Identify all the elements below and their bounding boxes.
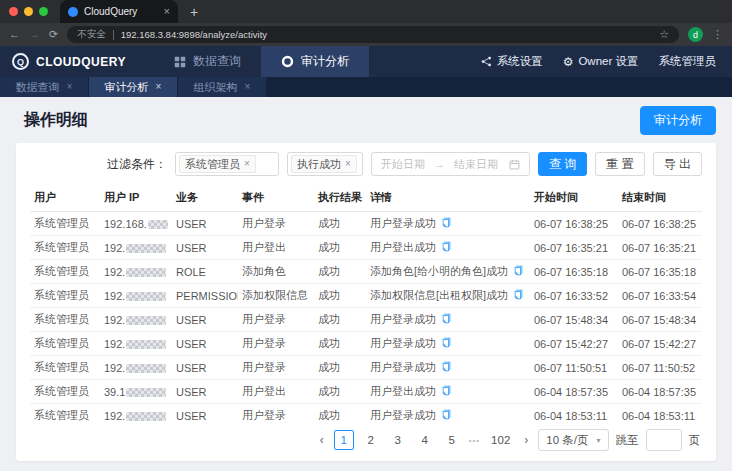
page-size-select[interactable]: 10 条/页 ▾ bbox=[538, 429, 608, 451]
nav-label: 审计分析 bbox=[301, 53, 349, 70]
cell-end-time: 06-04 18:53:11 bbox=[618, 404, 702, 422]
export-button[interactable]: 导 出 bbox=[653, 152, 702, 176]
close-tab-icon[interactable]: × bbox=[67, 82, 73, 92]
redacted-ip-block bbox=[126, 340, 166, 349]
column-header: 开始时间 bbox=[530, 184, 618, 212]
cell-business: USER bbox=[172, 308, 238, 332]
pagination-ellipsis-icon[interactable]: ••• bbox=[469, 436, 480, 445]
close-tab-icon[interactable]: × bbox=[156, 82, 162, 92]
profile-avatar[interactable]: d bbox=[688, 27, 703, 42]
jump-page-input[interactable] bbox=[646, 429, 682, 451]
cell-ip: 192.168. bbox=[100, 212, 172, 236]
zoom-window-button[interactable] bbox=[39, 7, 48, 16]
filter-bar: 过滤条件： 系统管理员 × 执行成功 × 开始日期 → 结束日期 bbox=[30, 152, 702, 176]
security-label[interactable]: 不安全 bbox=[77, 28, 106, 41]
bookmark-star-icon[interactable]: ☆ bbox=[659, 28, 669, 41]
copy-icon[interactable] bbox=[441, 313, 452, 325]
gear-icon: ⚙ bbox=[563, 56, 574, 68]
current-user-menu[interactable]: 系统管理员 bbox=[659, 54, 717, 69]
table-header-row: 用户用户 IP业务事件执行结果详情开始时间结束时间 bbox=[30, 184, 702, 212]
column-header: 用户 bbox=[30, 184, 100, 212]
cell-detail: 用户登出成功 bbox=[366, 380, 530, 404]
copy-icon[interactable] bbox=[441, 409, 452, 421]
browser-tab[interactable]: CloudQuery × bbox=[60, 0, 178, 23]
page-title: 操作明细 bbox=[24, 110, 88, 131]
date-range-picker[interactable]: 开始日期 → 结束日期 bbox=[371, 152, 530, 176]
system-settings-label: 系统设置 bbox=[497, 54, 543, 69]
page-button[interactable]: 5 bbox=[442, 430, 462, 450]
cell-user: 系统管理员 bbox=[30, 380, 100, 404]
page-button[interactable]: 1 bbox=[334, 430, 354, 450]
detail-text: 用户登出成功 bbox=[370, 241, 436, 253]
cell-business: USER bbox=[172, 332, 238, 356]
remove-tag-icon[interactable]: × bbox=[244, 159, 250, 169]
jump-label: 跳至 bbox=[616, 433, 639, 448]
cell-event: 用户登录 bbox=[238, 308, 314, 332]
copy-icon[interactable] bbox=[441, 241, 452, 253]
copy-icon[interactable] bbox=[441, 217, 452, 229]
back-icon[interactable]: ← bbox=[9, 29, 20, 40]
minimize-window-button[interactable] bbox=[24, 7, 33, 16]
address-bar[interactable]: 不安全 192.168.3.84:9898/analyze/activity ☆ bbox=[67, 26, 679, 43]
prev-page-icon[interactable]: ‹ bbox=[317, 433, 327, 447]
workspace-tab-label: 数据查询 bbox=[16, 80, 60, 95]
workspace-tab-audit-analysis[interactable]: 审计分析 × bbox=[89, 77, 177, 97]
search-button[interactable]: 查 询 bbox=[538, 152, 587, 176]
cell-event: 添加角色 bbox=[238, 260, 314, 284]
copy-icon[interactable] bbox=[513, 265, 524, 277]
main-nav: 数据查询 审计分析 bbox=[154, 46, 369, 77]
system-settings-link[interactable]: 系统设置 bbox=[481, 54, 543, 69]
donut-chart-icon bbox=[281, 55, 294, 68]
window-controls bbox=[9, 7, 48, 16]
page-button[interactable]: 2 bbox=[361, 430, 381, 450]
user-filter-input[interactable]: 系统管理员 × bbox=[175, 152, 279, 176]
detail-text: 用户登录成功 bbox=[370, 217, 436, 229]
cell-event: 用户登录 bbox=[238, 356, 314, 380]
reload-icon[interactable]: ⟳ bbox=[49, 29, 58, 40]
url-divider bbox=[113, 30, 114, 40]
user-filter-tag-label: 系统管理员 bbox=[185, 157, 240, 172]
copy-icon[interactable] bbox=[441, 385, 452, 397]
chevron-down-icon: ▾ bbox=[596, 436, 600, 445]
copy-icon[interactable] bbox=[441, 337, 452, 349]
cell-ip: 192. bbox=[100, 332, 172, 356]
pagination: ‹ 12345•••102 › 10 条/页 ▾ 跳至 页 bbox=[30, 421, 702, 455]
copy-icon[interactable] bbox=[441, 361, 452, 373]
result-filter-select[interactable]: 执行成功 × bbox=[287, 152, 363, 176]
workspace-tab-data-query[interactable]: 数据查询 × bbox=[0, 77, 88, 97]
page-button[interactable]: 3 bbox=[388, 430, 408, 450]
close-tab-icon[interactable]: × bbox=[245, 82, 251, 92]
cell-business: PERMISSION bbox=[172, 284, 238, 308]
browser-toolbar: ← → ⟳ 不安全 192.168.3.84:9898/analyze/acti… bbox=[0, 23, 732, 46]
cell-result: 成功 bbox=[314, 284, 366, 308]
browser-menu-icon[interactable]: ⋮ bbox=[712, 28, 723, 41]
tab-close-icon[interactable]: × bbox=[164, 6, 170, 17]
brand-name: CLOUDQUERY bbox=[36, 55, 126, 69]
cell-ip: 192. bbox=[100, 404, 172, 422]
close-window-button[interactable] bbox=[9, 7, 18, 16]
new-tab-button[interactable]: + bbox=[190, 5, 198, 19]
reset-button[interactable]: 重 置 bbox=[595, 152, 644, 176]
cell-detail: 添加角色[给小明的角色]成功 bbox=[366, 260, 530, 284]
brand[interactable]: Q CLOUDQUERY bbox=[12, 46, 154, 77]
page-button[interactable]: 4 bbox=[415, 430, 435, 450]
cell-start-time: 06-07 11:50:51 bbox=[530, 356, 618, 380]
cell-user: 系统管理员 bbox=[30, 260, 100, 284]
column-header: 执行结果 bbox=[314, 184, 366, 212]
cloudquery-logo-icon: Q bbox=[12, 53, 29, 70]
start-date-placeholder: 开始日期 bbox=[381, 157, 425, 172]
cell-event: 用户登录 bbox=[238, 332, 314, 356]
forward-icon[interactable]: → bbox=[29, 29, 40, 40]
nav-item-audit-analysis[interactable]: 审计分析 bbox=[261, 46, 369, 77]
next-page-icon[interactable]: › bbox=[521, 433, 531, 447]
page-button[interactable]: 102 bbox=[487, 430, 514, 450]
cell-result: 成功 bbox=[314, 308, 366, 332]
remove-tag-icon[interactable]: × bbox=[345, 159, 351, 169]
workspace-tab-org-structure[interactable]: 组织架构 × bbox=[178, 77, 266, 97]
owner-settings-link[interactable]: ⚙ Owner 设置 bbox=[563, 54, 639, 69]
cell-user: 系统管理员 bbox=[30, 212, 100, 236]
audit-analysis-button[interactable]: 审计分析 bbox=[640, 106, 716, 135]
copy-icon[interactable] bbox=[513, 289, 524, 301]
cell-result: 成功 bbox=[314, 212, 366, 236]
nav-item-data-query[interactable]: 数据查询 bbox=[154, 46, 261, 77]
